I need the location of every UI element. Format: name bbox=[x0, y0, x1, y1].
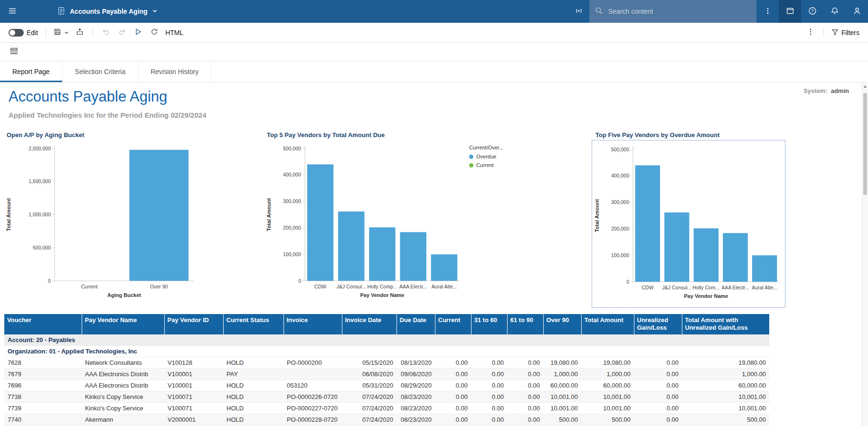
chart-top5-vendors-overdue[interactable]: Top Five Pay Vendors by Overdue Amount01… bbox=[592, 128, 787, 308]
account-button[interactable] bbox=[846, 0, 868, 23]
chart-top5-vendors-total-due[interactable]: Top 5 Pay Vendors by Total Amount Due010… bbox=[265, 128, 536, 306]
table-cell: 0.00 bbox=[471, 380, 507, 391]
run-button[interactable] bbox=[130, 25, 146, 40]
chart-legend: Current/Over...OverdueCurrent bbox=[469, 145, 503, 171]
bar[interactable] bbox=[664, 213, 689, 282]
bar[interactable] bbox=[400, 232, 426, 281]
table-cell: PO-0000226-0720 bbox=[283, 391, 342, 403]
bar[interactable] bbox=[635, 165, 660, 282]
scroll-up-arrow[interactable]: ▲ bbox=[862, 83, 868, 90]
hamburger-icon bbox=[8, 7, 17, 17]
bar[interactable] bbox=[129, 150, 189, 281]
search-bar[interactable] bbox=[589, 0, 756, 23]
aging-table: VoucherPay Vendor NamePay Vendor IDCurre… bbox=[4, 314, 769, 426]
report-pages-button[interactable] bbox=[6, 44, 22, 59]
table-cell: 7679 bbox=[4, 369, 82, 380]
table-cell: 60,000.00 bbox=[543, 380, 581, 391]
report-title-dropdown[interactable]: Accounts Payable Aging bbox=[54, 0, 160, 23]
report-pages-icon bbox=[10, 47, 18, 56]
x-category-label: AAA Electr... bbox=[399, 284, 427, 289]
chart-title: Top 5 Pay Vendors by Total Amount Due bbox=[265, 128, 536, 140]
tab-report-page[interactable]: Report Page bbox=[0, 61, 63, 82]
table-cell: 08/23/2020 bbox=[396, 403, 435, 414]
table-cell: PAY bbox=[223, 369, 283, 380]
table-cell: 0.00 bbox=[471, 391, 507, 403]
x-axis-title: Pay Vendor Name bbox=[684, 293, 728, 299]
undo-button[interactable] bbox=[98, 25, 114, 40]
y-tick-label: 500,000 bbox=[33, 245, 51, 250]
toggle-off-icon bbox=[9, 29, 24, 37]
filters-button[interactable]: Filters bbox=[829, 25, 862, 40]
chart-title: Open A/P by Aging Bucket bbox=[5, 128, 264, 140]
svg-text:?: ? bbox=[811, 8, 813, 13]
table-cell: HOLD bbox=[223, 403, 283, 414]
table-cell: 08/29/2020 bbox=[396, 380, 435, 391]
table-cell: 60,000.00 bbox=[682, 380, 769, 391]
table-cell: 0.00 bbox=[435, 369, 471, 380]
group-row: Account: 20 - Payables bbox=[4, 334, 769, 346]
table-cell: AAA Electronics Distrib bbox=[82, 369, 164, 380]
sub-toolbar bbox=[0, 43, 868, 61]
refresh-icon bbox=[151, 28, 158, 37]
redo-icon bbox=[118, 28, 126, 37]
y-tick-label: 200,000 bbox=[611, 226, 629, 232]
table-row: 7628Network ConsultantsV100128HOLDPO-000… bbox=[4, 357, 769, 369]
panel-button[interactable] bbox=[779, 0, 801, 23]
table-row: 7679AAA Electronics DistribV100001PAY06/… bbox=[4, 369, 769, 380]
table-cell bbox=[283, 369, 342, 380]
report-viewer: System:admin Accounts Payable Aging Appl… bbox=[0, 83, 868, 426]
x-category-label: CDW bbox=[314, 284, 326, 289]
help-button[interactable]: ? bbox=[801, 0, 823, 23]
table-cell: 08/23/2020 bbox=[396, 414, 435, 426]
output-format-button[interactable]: HTML bbox=[162, 25, 186, 40]
report-tabs: Report PageSelection CriteriaRevision Hi… bbox=[0, 61, 868, 83]
legend-item: Current bbox=[469, 162, 503, 168]
table-cell: 0.00 bbox=[435, 403, 471, 414]
more-options-button[interactable] bbox=[756, 0, 779, 23]
table-cell: 0.00 bbox=[507, 403, 543, 414]
table-cell: 7738 bbox=[4, 391, 82, 403]
table-cell: HOLD bbox=[223, 380, 283, 391]
bar[interactable] bbox=[752, 255, 777, 282]
scrollbar-thumb[interactable] bbox=[863, 93, 867, 195]
redo-button[interactable] bbox=[114, 25, 130, 40]
search-input[interactable] bbox=[607, 7, 751, 16]
share-button[interactable] bbox=[72, 25, 88, 40]
report-toolbar: Edit HTML bbox=[0, 23, 868, 43]
edit-toggle[interactable]: Edit bbox=[6, 25, 41, 40]
html-label: HTML bbox=[165, 29, 183, 37]
toolbar-more-button[interactable] bbox=[802, 25, 819, 40]
table-cell: 0.00 bbox=[435, 357, 471, 369]
x-category-label: Aural Alte... bbox=[752, 285, 777, 290]
table-cell: 19,080.00 bbox=[543, 357, 581, 369]
menu-button[interactable] bbox=[0, 0, 25, 23]
bar[interactable] bbox=[338, 212, 364, 281]
y-tick-label: 400,000 bbox=[283, 172, 301, 177]
table-cell: Kinko's Copy Service bbox=[82, 403, 164, 414]
save-button[interactable] bbox=[51, 25, 72, 40]
bar[interactable] bbox=[694, 228, 718, 282]
bar-chart-plot: 0100,000200,000300,000400,000500,000CDWJ… bbox=[265, 140, 462, 304]
table-cell: 0.00 bbox=[634, 391, 682, 403]
bar[interactable] bbox=[431, 254, 457, 281]
table-cell: V100071 bbox=[164, 403, 223, 414]
bar[interactable] bbox=[723, 233, 747, 282]
system-user-line: System:admin bbox=[803, 87, 849, 94]
y-tick-label: 0 bbox=[298, 278, 301, 284]
bar[interactable] bbox=[369, 227, 395, 281]
table-cell: V100001 bbox=[164, 369, 223, 380]
bar[interactable] bbox=[307, 164, 333, 281]
chart-open-ap-aging-bucket[interactable]: Open A/P by Aging Bucket0500,0001,000,00… bbox=[5, 128, 264, 306]
live-connection-button[interactable] bbox=[568, 0, 589, 23]
table-cell: 0.00 bbox=[634, 414, 682, 426]
notifications-button[interactable] bbox=[823, 0, 846, 23]
legend-item: Overdue bbox=[469, 154, 503, 159]
column-header: Total Amount with Unrealized Gain/Loss bbox=[682, 314, 769, 334]
table-cell: 0.00 bbox=[507, 369, 543, 380]
refresh-button[interactable] bbox=[146, 25, 162, 40]
y-tick-label: 100,000 bbox=[283, 251, 301, 257]
vertical-scrollbar[interactable]: ▲ bbox=[862, 83, 868, 426]
tab-revision-history[interactable]: Revision History bbox=[138, 61, 211, 82]
tab-selection-criteria[interactable]: Selection Criteria bbox=[63, 61, 139, 82]
table-cell: PO-0000227-0720 bbox=[283, 403, 342, 414]
